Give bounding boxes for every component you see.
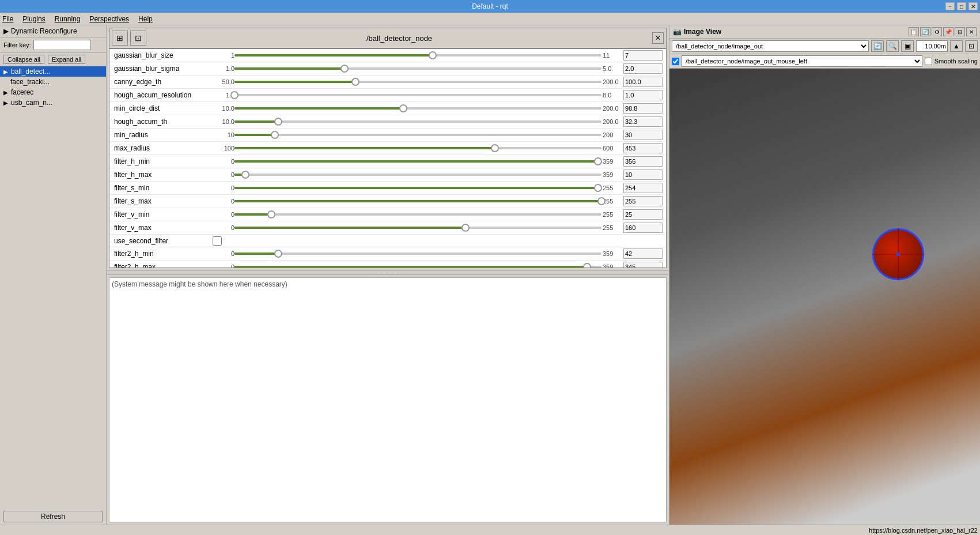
param-min-value: 10.0 bbox=[213, 118, 234, 125]
left-panel-arrow-icon: ▶ bbox=[3, 27, 9, 35]
collapse-all-button[interactable]: Collapse all bbox=[3, 55, 44, 64]
slider-thumb[interactable] bbox=[429, 51, 437, 59]
params-area: gaussian_blur_size111gaussian_blur_sigma… bbox=[109, 48, 666, 268]
param-value-input[interactable] bbox=[623, 196, 663, 206]
slider-thumb[interactable] bbox=[267, 210, 275, 218]
image-view-enable-checkbox[interactable] bbox=[672, 58, 679, 65]
refresh-button[interactable]: Refresh bbox=[3, 511, 103, 522]
slider-thumb[interactable] bbox=[351, 78, 360, 86]
iv-float-button[interactable]: ⊟ bbox=[955, 27, 965, 36]
filter-input[interactable] bbox=[33, 40, 91, 50]
param-row: filter_v_max0255 bbox=[109, 221, 666, 235]
slider-thumb[interactable] bbox=[399, 104, 407, 112]
slider-thumb[interactable] bbox=[230, 91, 239, 99]
param-slider[interactable] bbox=[234, 169, 601, 180]
param-value-input[interactable] bbox=[623, 50, 663, 61]
slider-track-fill bbox=[234, 54, 433, 56]
param-slider[interactable] bbox=[234, 262, 601, 268]
slider-thumb[interactable] bbox=[340, 65, 349, 73]
iv-zoom-box-button[interactable]: ▣ bbox=[901, 40, 914, 52]
param-slider[interactable] bbox=[234, 116, 601, 127]
param-slider[interactable] bbox=[234, 63, 601, 74]
param-value-input-wrapper bbox=[623, 169, 664, 180]
iv-pin-button[interactable]: 📌 bbox=[943, 27, 953, 36]
iv-zoom-fit-button[interactable]: 🔍 bbox=[886, 40, 899, 52]
zoom-input[interactable]: 10.00m bbox=[916, 40, 948, 52]
iv-btn-2[interactable]: 🔄 bbox=[920, 27, 930, 36]
slider-thumb[interactable] bbox=[241, 171, 249, 179]
param-value-input[interactable] bbox=[623, 223, 663, 233]
slider-thumb[interactable] bbox=[274, 118, 282, 126]
menu-help[interactable]: Help bbox=[138, 15, 153, 23]
toolbar-btn-2[interactable]: ⊡ bbox=[130, 31, 146, 46]
tree-item-facerec[interactable]: ▶ facerec bbox=[0, 87, 106, 97]
param-name: filter_h_min bbox=[112, 157, 213, 165]
menu-plugins[interactable]: Plugins bbox=[22, 15, 45, 23]
iv-refresh-button[interactable]: 🔄 bbox=[871, 40, 884, 52]
param-value-input[interactable] bbox=[623, 90, 663, 100]
bottom-divider[interactable]: · · · · · bbox=[107, 270, 669, 275]
param-value-input[interactable] bbox=[623, 103, 663, 114]
param-value-input[interactable] bbox=[623, 209, 663, 220]
param-value-input-wrapper bbox=[623, 183, 664, 193]
slider-thumb[interactable] bbox=[491, 144, 499, 152]
menu-perspectives[interactable]: Perspectives bbox=[89, 15, 129, 23]
maximize-button[interactable]: □ bbox=[957, 2, 966, 10]
tree-item-ball-detect[interactable]: ▶ ball_detect... bbox=[0, 66, 106, 77]
tree-item-usb-cam[interactable]: ▶ usb_cam_n... bbox=[0, 97, 106, 108]
param-value-input[interactable] bbox=[623, 77, 663, 87]
slider-thumb[interactable] bbox=[274, 250, 282, 258]
iv-close-button[interactable]: ✕ bbox=[966, 27, 977, 36]
smooth-scaling-checkbox[interactable] bbox=[925, 58, 932, 65]
slider-thumb[interactable] bbox=[597, 197, 606, 205]
param-slider-wrapper bbox=[234, 169, 601, 180]
param-value-input[interactable] bbox=[623, 262, 663, 268]
slider-thumb[interactable] bbox=[271, 131, 279, 139]
tree-arrow-icon: ▶ bbox=[3, 69, 9, 75]
slider-thumb[interactable] bbox=[594, 184, 602, 192]
param-slider[interactable] bbox=[234, 196, 601, 206]
param-checkbox[interactable] bbox=[213, 236, 222, 246]
iv-btn-1[interactable]: 📋 bbox=[909, 27, 919, 36]
param-slider[interactable] bbox=[234, 209, 601, 220]
minimize-button[interactable]: － bbox=[945, 2, 955, 10]
mouse-topic-dropdown[interactable]: /ball_detector_node/image_out_mouse_left bbox=[682, 55, 922, 67]
close-button[interactable]: ✕ bbox=[968, 2, 978, 10]
param-value-input[interactable] bbox=[623, 169, 663, 180]
param-slider[interactable] bbox=[234, 223, 601, 233]
slider-thumb[interactable] bbox=[594, 157, 602, 165]
reconfigure-title: /ball_detector_node bbox=[146, 34, 652, 43]
slider-track-fill bbox=[234, 81, 355, 83]
slider-thumb[interactable] bbox=[583, 263, 591, 268]
iv-btn-3[interactable]: ⚙ bbox=[932, 27, 942, 36]
menu-file[interactable]: File bbox=[2, 15, 13, 23]
expand-all-button[interactable]: Expand all bbox=[48, 55, 85, 64]
toolbar-btn-1[interactable]: ⊞ bbox=[112, 31, 128, 46]
slider-thumb[interactable] bbox=[461, 224, 470, 232]
iv-zoom-up-button[interactable]: ▲ bbox=[950, 40, 963, 52]
param-slider[interactable] bbox=[234, 77, 601, 87]
iv-fit-button[interactable]: ⊡ bbox=[965, 40, 978, 52]
param-slider[interactable] bbox=[234, 143, 601, 153]
param-slider[interactable] bbox=[234, 183, 601, 193]
param-value-input[interactable] bbox=[623, 183, 663, 193]
param-slider[interactable] bbox=[234, 103, 601, 114]
param-value-input-wrapper bbox=[623, 143, 664, 153]
param-value-input[interactable] bbox=[623, 116, 663, 127]
param-value-input[interactable] bbox=[623, 156, 663, 167]
slider-track-fill bbox=[234, 187, 598, 189]
topic-dropdown[interactable]: /ball_detector_node/image_out bbox=[672, 40, 869, 52]
param-slider[interactable] bbox=[234, 130, 601, 140]
menu-running[interactable]: Running bbox=[55, 15, 81, 23]
param-value-input[interactable] bbox=[623, 130, 663, 140]
param-value-input[interactable] bbox=[623, 143, 663, 153]
param-slider[interactable] bbox=[234, 248, 601, 259]
tree-item-face-track[interactable]: face_tracki... bbox=[0, 77, 106, 87]
param-slider[interactable] bbox=[234, 156, 601, 167]
param-value-input[interactable] bbox=[623, 63, 663, 74]
param-max-value: 359 bbox=[601, 263, 623, 268]
param-value-input[interactable] bbox=[623, 248, 663, 259]
param-slider[interactable] bbox=[234, 50, 601, 61]
param-slider[interactable] bbox=[234, 90, 601, 100]
reconfigure-close-button[interactable]: ✕ bbox=[652, 32, 664, 44]
